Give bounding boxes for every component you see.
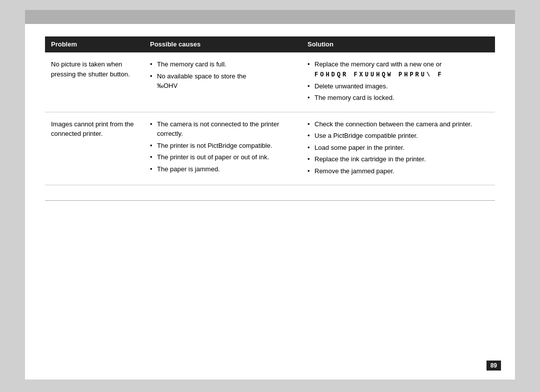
troubleshooting-table: Problem Possible causes Solution No pict… xyxy=(45,36,495,185)
header-causes: Possible causes xyxy=(144,36,302,52)
list-item: No available space to store the ‰OHV xyxy=(150,71,296,91)
list-item: The printer is not PictBridge compatible… xyxy=(150,141,296,151)
garbled-text: FOHDQR FXUUHQW PHPRU\ F xyxy=(314,71,444,78)
list-item: Delete unwanted images. xyxy=(308,81,489,91)
solution-cell: Replace the memory card with a new one o… xyxy=(302,52,495,112)
problem-text: Images cannot print from the connected p… xyxy=(51,120,134,138)
causes-list: The memory card is full. No available sp… xyxy=(150,59,296,91)
solution-list: Check the connection between the camera … xyxy=(308,119,489,176)
top-bar xyxy=(25,10,515,24)
list-item: Replace the memory card with a new one o… xyxy=(308,59,489,79)
header-problem: Problem xyxy=(45,36,144,52)
causes-cell: The camera is not connected to the print… xyxy=(144,112,302,185)
list-item: Replace the ink cartridge in the printer… xyxy=(308,154,489,164)
bottom-divider xyxy=(45,200,495,201)
problem-cell: Images cannot print from the connected p… xyxy=(45,112,144,185)
list-item: The paper is jammed. xyxy=(150,164,296,174)
list-item: The printer is out of paper or out of in… xyxy=(150,152,296,162)
causes-list: The camera is not connected to the print… xyxy=(150,119,296,174)
list-item: The memory card is locked. xyxy=(308,93,489,103)
list-item: Check the connection between the camera … xyxy=(308,119,489,129)
list-item: The memory card is full. xyxy=(150,59,296,69)
page: Problem Possible causes Solution No pict… xyxy=(25,10,515,380)
table-row: Images cannot print from the connected p… xyxy=(45,112,495,185)
header-solution: Solution xyxy=(302,36,495,52)
list-item: Load some paper in the printer. xyxy=(308,143,489,153)
page-number: 89 xyxy=(486,361,501,371)
list-item: Remove the jammed paper. xyxy=(308,166,489,176)
list-item: The camera is not connected to the print… xyxy=(150,119,296,139)
list-item: Use a PictBridge compatible printer. xyxy=(308,131,489,141)
solution-cell: Check the connection between the camera … xyxy=(302,112,495,185)
solution-list: Replace the memory card with a new one o… xyxy=(308,59,489,103)
causes-cell: The memory card is full. No available sp… xyxy=(144,52,302,112)
problem-text: No picture is taken when pressing the sh… xyxy=(51,60,130,78)
table-row: No picture is taken when pressing the sh… xyxy=(45,52,495,112)
problem-cell: No picture is taken when pressing the sh… xyxy=(45,52,144,112)
